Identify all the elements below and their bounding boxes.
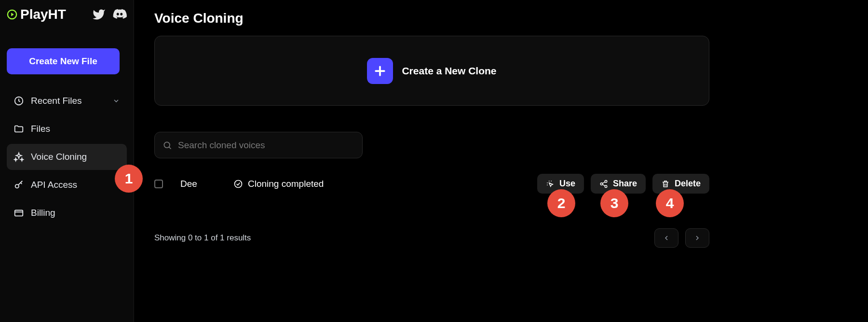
sidebar: PlayHT Create New File Recent Files xyxy=(0,0,134,322)
prev-page-button[interactable] xyxy=(654,228,678,248)
sidebar-item-label: Files xyxy=(31,124,50,134)
search-box[interactable] xyxy=(154,132,363,158)
svg-point-6 xyxy=(605,180,607,182)
sidebar-nav: Recent Files Files Voice Cloning API Acc… xyxy=(7,88,127,226)
status-text: Cloning completed xyxy=(248,179,324,189)
page-title: Voice Cloning xyxy=(154,11,849,26)
results-text: Showing 0 to 1 of 1 results xyxy=(154,233,251,243)
sidebar-item-billing[interactable]: Billing xyxy=(7,200,127,226)
svg-point-8 xyxy=(605,185,607,188)
social-icons xyxy=(92,7,127,22)
discord-icon[interactable] xyxy=(112,7,127,22)
svg-point-5 xyxy=(235,180,242,187)
chevron-right-icon xyxy=(693,234,701,242)
cursor-click-icon xyxy=(546,180,555,188)
twitter-icon[interactable] xyxy=(92,8,106,21)
svg-rect-3 xyxy=(15,210,23,216)
pagination xyxy=(654,228,709,248)
sidebar-header: PlayHT xyxy=(7,7,127,22)
create-clone-label: Create a New Clone xyxy=(402,65,496,77)
voice-status: Cloning completed xyxy=(233,179,324,189)
folder-icon xyxy=(14,124,24,134)
play-icon xyxy=(7,9,17,20)
row-actions: Use Share Delete xyxy=(537,174,709,194)
next-page-button[interactable] xyxy=(685,228,709,248)
clock-icon xyxy=(14,96,24,106)
share-icon xyxy=(599,180,608,188)
sidebar-item-label: Recent Files xyxy=(31,96,82,106)
sparkles-icon xyxy=(14,152,24,162)
main-content: Voice Cloning Create a New Clone Dee Clo… xyxy=(134,0,868,322)
use-button[interactable]: Use xyxy=(537,174,584,194)
sidebar-item-label: Voice Cloning xyxy=(31,152,87,162)
check-circle-icon xyxy=(233,179,243,189)
logo[interactable]: PlayHT xyxy=(7,7,66,22)
sidebar-item-files[interactable]: Files xyxy=(7,116,127,142)
search-icon xyxy=(163,140,172,150)
sidebar-item-label: API Access xyxy=(31,180,77,190)
voice-name: Dee xyxy=(180,179,233,189)
chevron-down-icon xyxy=(112,97,120,105)
row-checkbox[interactable] xyxy=(154,180,163,188)
plus-icon xyxy=(367,58,393,84)
delete-button[interactable]: Delete xyxy=(652,174,709,194)
voice-row: Dee Cloning completed Use Share xyxy=(154,174,709,194)
sidebar-item-recent-files[interactable]: Recent Files xyxy=(7,88,127,114)
sidebar-item-api-access[interactable]: API Access xyxy=(7,172,127,198)
svg-point-4 xyxy=(164,142,170,148)
chevron-left-icon xyxy=(663,234,670,242)
search-input[interactable] xyxy=(178,140,354,151)
svg-point-7 xyxy=(600,182,603,185)
share-button[interactable]: Share xyxy=(591,174,646,194)
create-clone-button[interactable]: Create a New Clone xyxy=(154,36,709,106)
results-footer: Showing 0 to 1 of 1 results xyxy=(154,228,709,248)
key-icon xyxy=(14,180,24,190)
brand-text: PlayHT xyxy=(20,7,66,22)
sidebar-item-label: Billing xyxy=(31,208,55,218)
credit-card-icon xyxy=(14,208,24,218)
sidebar-item-voice-cloning[interactable]: Voice Cloning xyxy=(7,144,127,170)
trash-icon xyxy=(661,180,670,188)
create-new-file-button[interactable]: Create New File xyxy=(7,48,120,74)
